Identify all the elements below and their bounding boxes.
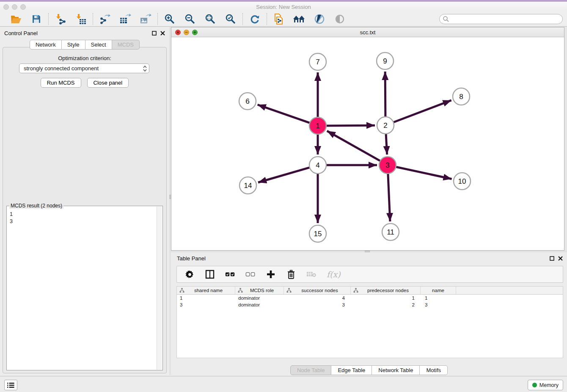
control-panel-tabs: Network Style Select MCDS <box>0 40 169 50</box>
result-line: 1 <box>10 211 157 218</box>
zoom-in-icon[interactable] <box>163 13 176 25</box>
app-title: Session: New Session <box>0 4 567 10</box>
memory-button[interactable]: Memory <box>528 380 563 390</box>
tab-style[interactable]: Style <box>62 40 85 50</box>
add-column-icon[interactable] <box>266 269 276 279</box>
graph-edge-2-3[interactable] <box>386 133 387 155</box>
mcds-panel: Optimization criterion: strongly connect… <box>3 47 167 373</box>
column-header-shared-name[interactable]: shared name <box>177 287 235 294</box>
graph-node-label-3: 3 <box>385 161 389 169</box>
tab-mcds[interactable]: MCDS <box>112 40 140 50</box>
close-table-panel-icon[interactable] <box>558 256 563 261</box>
column-type-icon <box>286 288 292 293</box>
graph-edge-2-9[interactable] <box>385 72 385 117</box>
graph-edge-1-6[interactable] <box>258 105 310 123</box>
network-graph[interactable]: 7968124314101511 <box>171 37 564 250</box>
network-window-titlebar[interactable]: scc.txt <box>171 28 564 37</box>
column-header-mcds-role[interactable]: MCDS role <box>235 287 284 294</box>
cell-mcds-role: dominator <box>235 295 284 301</box>
task-history-button[interactable] <box>4 380 17 390</box>
cell-successor-nodes: 3 <box>284 302 351 307</box>
hide-all-columns-icon[interactable] <box>245 269 256 279</box>
toggle-style-icon[interactable] <box>313 13 326 25</box>
graph-edge-1-2[interactable] <box>326 125 375 126</box>
search-field[interactable] <box>439 14 563 24</box>
optimization-criterion-label: Optimization criterion: <box>3 55 166 61</box>
table-panel-title: Table Panel <box>177 255 550 262</box>
graph-edge-4-14[interactable] <box>258 167 310 182</box>
network-window-title: scc.txt <box>171 29 564 36</box>
table-panel: Table Panel f(x) <box>171 252 567 375</box>
column-header-predecessor-nodes[interactable]: predecessor nodes <box>351 287 421 294</box>
column-type-icon <box>179 288 184 293</box>
tab-network[interactable]: Network <box>30 40 62 50</box>
column-header-successor-nodes[interactable]: successor nodes <box>284 287 351 294</box>
cell-name: 1 <box>421 295 456 301</box>
column-type-icon <box>238 288 243 293</box>
import-table-file-icon[interactable] <box>74 13 87 25</box>
graph-node-label-10: 10 <box>458 177 466 185</box>
graph-edge-3-1[interactable] <box>327 131 381 161</box>
graph-node-label-1: 1 <box>316 122 319 130</box>
home-icon[interactable] <box>293 13 306 25</box>
graph-node-label-9: 9 <box>383 57 387 65</box>
save-session-icon[interactable] <box>30 13 43 25</box>
tab-network-table[interactable]: Network Table <box>372 365 420 375</box>
app-titlebar: Session: New Session <box>0 2 567 12</box>
zoom-fit-icon[interactable] <box>204 13 217 25</box>
cell-mcds-role: dominator <box>235 302 284 307</box>
main-toolbar <box>0 12 567 27</box>
optimization-criterion-select[interactable]: strongly connected component <box>19 63 149 73</box>
memory-status-icon <box>532 383 537 387</box>
result-scrollbar[interactable] <box>157 207 162 370</box>
cell-predecessor-nodes: 1 <box>351 295 421 301</box>
float-table-panel-icon[interactable] <box>550 256 554 261</box>
close-panel-icon[interactable] <box>160 31 165 36</box>
search-icon <box>443 16 449 22</box>
delete-column-icon[interactable] <box>286 269 296 279</box>
graph-node-label-4: 4 <box>316 161 319 169</box>
export-network-icon[interactable] <box>99 13 111 25</box>
graph-node-label-15: 15 <box>314 230 322 238</box>
delete-table-icon[interactable] <box>306 269 317 279</box>
split-columns-icon[interactable] <box>205 269 215 279</box>
zoom-selected-icon[interactable] <box>224 13 237 25</box>
export-image-icon[interactable] <box>139 13 152 25</box>
import-network-file-icon[interactable] <box>54 13 67 25</box>
refresh-icon[interactable] <box>248 13 261 25</box>
node-table[interactable]: shared name MCDS role successor nodes pr… <box>176 286 563 358</box>
cell-predecessor-nodes: 2 <box>351 302 421 307</box>
tab-node-table[interactable]: Node Table <box>290 365 332 375</box>
column-header-name[interactable]: name <box>421 287 456 294</box>
tab-select[interactable]: Select <box>85 40 112 50</box>
graph-node-label-11: 11 <box>387 228 394 236</box>
zoom-out-icon[interactable] <box>184 13 196 25</box>
graph-edge-3-11[interactable] <box>388 173 390 221</box>
tab-edge-table[interactable]: Edge Table <box>331 365 372 375</box>
settings-gear-icon[interactable] <box>184 269 195 279</box>
birdseye-view-icon[interactable] <box>333 13 346 25</box>
network-canvas[interactable]: 7968124314101511 <box>171 37 564 250</box>
table-toolbar: f(x) <box>176 266 563 283</box>
apply-function-icon[interactable]: f(x) <box>327 270 341 279</box>
graph-edge-3-10[interactable] <box>396 167 452 179</box>
list-icon <box>7 382 14 388</box>
network-view-window: scc.txt 7968124314101511 <box>171 27 564 251</box>
copy-network-icon[interactable] <box>272 13 285 25</box>
run-mcds-button[interactable]: Run MCDS <box>41 78 81 88</box>
mcds-result-box: MCDS result (2 nodes) 1 3 <box>6 206 163 370</box>
mcds-result-text[interactable]: 1 3 <box>7 210 157 370</box>
float-panel-icon[interactable] <box>152 31 157 36</box>
show-all-columns-icon[interactable] <box>225 269 235 279</box>
column-type-icon <box>353 288 358 293</box>
control-panel: Control Panel Network Style Select MCDS … <box>0 27 169 375</box>
table-row[interactable]: 1 dominator 4 1 1 <box>177 295 563 301</box>
tab-motifs[interactable]: Motifs <box>420 365 448 375</box>
status-bar: Memory <box>0 376 567 392</box>
close-panel-button[interactable]: Close panel <box>87 78 129 88</box>
export-table-icon[interactable] <box>119 13 132 25</box>
table-row[interactable]: 3 dominator 3 2 3 <box>177 301 563 308</box>
graph-node-label-7: 7 <box>316 58 319 66</box>
graph-edge-2-8[interactable] <box>393 100 451 122</box>
open-file-icon[interactable] <box>10 13 22 25</box>
